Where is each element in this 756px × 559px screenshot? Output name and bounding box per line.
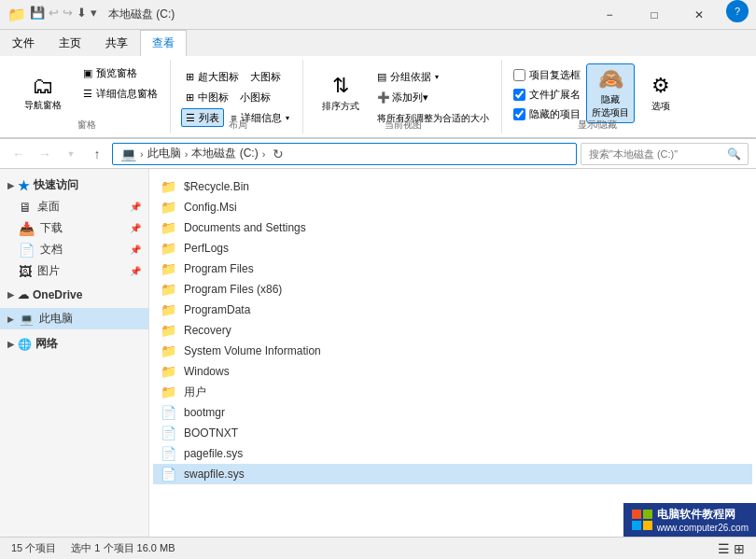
file-item-program-files-x86[interactable]: 📁 Program Files (x86)	[153, 279, 752, 300]
onedrive-header[interactable]: ▶ ☁ OneDrive	[0, 286, 148, 304]
tab-home[interactable]: 主页	[47, 30, 93, 56]
ribbon-group-show-hide: 项目复选框 文件扩展名 隐藏的项目 🙈 隐藏所选项目 ⚙	[504, 60, 691, 133]
sidebar: ▶ ★ 快速访问 🖥 桌面 📌 📥 下载 📌 📄 文档 📌 🖼 图	[0, 169, 149, 537]
maximize-button[interactable]: □	[633, 0, 676, 30]
folder-icon-recycle: 📁	[161, 179, 176, 194]
svg-rect-1	[643, 510, 652, 519]
tab-share[interactable]: 共享	[93, 30, 140, 56]
detail-view-icon[interactable]: ⊞	[734, 541, 745, 556]
quick-access-header[interactable]: ▶ ★ 快速访问	[0, 175, 148, 196]
large-icon-button[interactable]: 大图标	[245, 67, 286, 86]
file-name: BOOTNXT	[184, 426, 745, 440]
file-item-windows[interactable]: 📁 Windows	[153, 361, 752, 382]
folder-icon-svi: 📁	[161, 343, 176, 358]
ribbon-tabs: 文件 主页 共享 查看	[0, 30, 756, 56]
file-item-program-files[interactable]: 📁 Program Files	[153, 259, 752, 279]
minimize-button[interactable]: −	[588, 0, 631, 30]
tab-file[interactable]: 文件	[0, 30, 47, 56]
file-item-programdata[interactable]: 📁 ProgramData	[153, 300, 752, 320]
options-icon: ⚙	[651, 74, 670, 98]
small-icon-button[interactable]: 小图标	[235, 88, 275, 106]
file-list: 📁 $Recycle.Bin 📁 Config.Msi 📁 Documents …	[149, 169, 756, 537]
sidebar-item-downloads[interactable]: 📥 下载 📌	[0, 217, 148, 239]
back-button[interactable]: ←	[7, 143, 30, 165]
tab-view[interactable]: 查看	[140, 30, 187, 56]
svg-rect-2	[632, 521, 641, 530]
file-item-sysvolinfo[interactable]: 📁 System Volume Information	[153, 341, 752, 361]
desktop-label: 桌面	[37, 199, 60, 215]
options-button[interactable]: ⚙ 选项	[638, 63, 683, 123]
pictures-icon: 🖼	[19, 264, 32, 279]
svg-rect-0	[632, 510, 641, 519]
sidebar-item-desktop[interactable]: 🖥 桌面 📌	[0, 196, 148, 217]
checkboxes-input[interactable]	[513, 69, 525, 81]
file-name: Program Files	[184, 262, 745, 275]
layout-row-1: ⊞ 超大图标 大图标	[181, 67, 293, 86]
extra-large-icon: ⊞	[186, 71, 194, 83]
panes-right-col: ▣ 预览窗格 ☰ 详细信息窗格	[78, 63, 162, 103]
file-name: Program Files (x86)	[184, 283, 745, 296]
breadcrumb-this-pc[interactable]: 此电脑	[147, 146, 181, 161]
network-header[interactable]: ▶ 🌐 网络	[0, 333, 148, 355]
extra-large-icon-button[interactable]: ⊞ 超大图标	[181, 67, 244, 86]
file-item-users[interactable]: 📁 用户	[153, 382, 752, 402]
watermark-url: www.computer26.com	[657, 523, 749, 533]
file-name: Recovery	[184, 324, 745, 337]
sidebar-item-pictures[interactable]: 🖼 图片 📌	[0, 260, 148, 282]
file-item-config[interactable]: 📁 Config.Msi	[153, 197, 752, 217]
title-bar-icons: 📁 💾 ↩ ↪ ⬇ ▾	[7, 6, 97, 23]
pin-icon: 📌	[130, 202, 141, 212]
pin-icon-4: 📌	[130, 266, 141, 276]
forward-button[interactable]: →	[34, 143, 56, 165]
file-name: Config.Msi	[184, 201, 745, 214]
group-by-button[interactable]: ▤ 分组依据 ▾	[372, 67, 494, 86]
file-name: PerfLogs	[184, 242, 745, 255]
close-button[interactable]: ✕	[678, 0, 721, 30]
search-container: 🔍	[581, 143, 749, 165]
file-item-perflogs[interactable]: 📁 PerfLogs	[153, 238, 752, 259]
redo-icon[interactable]: ↪	[63, 6, 73, 23]
extensions-toggle[interactable]: 文件扩展名	[511, 87, 582, 103]
up-button[interactable]: ↑	[86, 143, 108, 165]
search-input[interactable]	[581, 143, 749, 165]
checkboxes-toggle[interactable]: 项目复选框	[511, 67, 582, 83]
file-item-swapfile[interactable]: 📄 swapfile.sys	[153, 464, 752, 484]
file-item-recovery[interactable]: 📁 Recovery	[153, 320, 752, 341]
properties-icon[interactable]: ⬇	[77, 6, 87, 23]
quick-access-icon[interactable]: 💾	[30, 6, 45, 23]
pin-icon-2: 📌	[130, 223, 141, 233]
view-toggle: ☰ ⊞	[718, 541, 745, 556]
watermark: 电脑软件教程网 www.computer26.com	[623, 503, 756, 537]
file-item-recycle[interactable]: 📁 $Recycle.Bin	[153, 176, 752, 197]
folder-icon-windows: 📁	[161, 364, 176, 379]
group-dropdown-icon: ▾	[435, 73, 439, 81]
onedrive-chevron: ▶	[7, 290, 14, 300]
more-icon[interactable]: ▾	[91, 6, 97, 23]
help-button[interactable]: ?	[726, 0, 749, 22]
file-name: pagefile.sys	[184, 447, 745, 460]
undo-icon[interactable]: ↩	[49, 6, 59, 23]
search-icon: 🔍	[727, 147, 741, 161]
sidebar-item-thispc[interactable]: ▶ 💻 此电脑	[0, 308, 148, 329]
selected-info: 选中 1 个项目 16.0 MB	[71, 541, 175, 555]
sort-by-button[interactable]: ⇅ 排序方式	[313, 63, 369, 123]
list-view-icon[interactable]: ☰	[718, 541, 730, 556]
medium-icon-button[interactable]: ⊞ 中图标	[181, 88, 233, 106]
add-column-button[interactable]: ➕ 添加列▾	[372, 88, 494, 107]
layout-row-2: ⊞ 中图标 小图标	[181, 88, 293, 106]
file-item-pagefile[interactable]: 📄 pagefile.sys	[153, 443, 752, 464]
layout-buttons: ⊞ 超大图标 大图标 ⊞ 中图标 小图标	[181, 60, 293, 157]
details-pane-button[interactable]: ☰ 详细信息窗格	[78, 84, 162, 103]
file-item-docs-settings[interactable]: 📁 Documents and Settings	[153, 217, 752, 238]
extensions-input[interactable]	[513, 89, 525, 101]
file-icon-swapfile: 📄	[161, 467, 176, 482]
file-item-bootnxt[interactable]: 📄 BOOTNXT	[153, 423, 752, 443]
recent-button[interactable]: ▼	[60, 143, 82, 165]
hide-selected-button[interactable]: 🙈 隐藏所选项目	[586, 63, 635, 123]
nav-pane-button[interactable]: 🗂 导航窗格	[11, 63, 75, 123]
preview-pane-button[interactable]: ▣ 预览窗格	[78, 63, 162, 82]
file-item-bootmgr[interactable]: 📄 bootmgr	[153, 402, 752, 423]
quick-access-section: ▶ ★ 快速访问 🖥 桌面 📌 📥 下载 📌 📄 文档 📌 🖼 图	[0, 173, 148, 284]
desktop-icon: 🖥	[19, 200, 32, 215]
sidebar-item-documents[interactable]: 📄 文档 📌	[0, 239, 148, 260]
